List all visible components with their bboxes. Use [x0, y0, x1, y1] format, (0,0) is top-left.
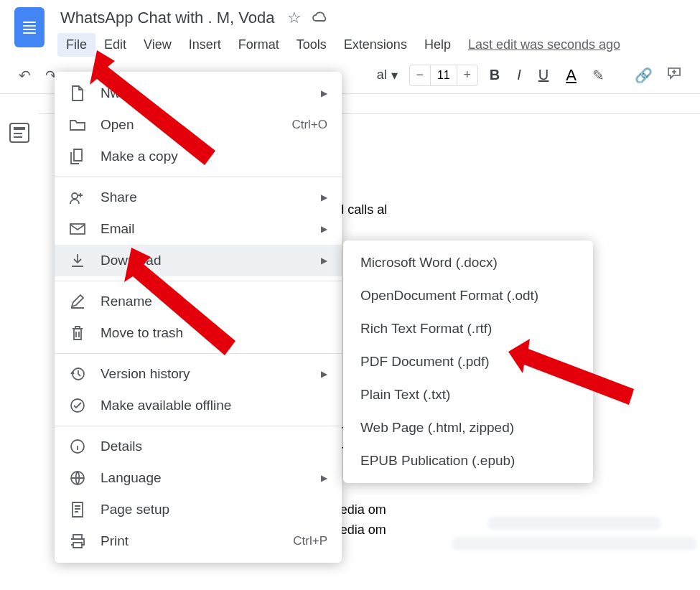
left-rail [0, 94, 39, 573]
underline-button[interactable]: U [533, 64, 554, 86]
chevron-right-icon: ▶ [321, 256, 327, 266]
paragraph-style-select[interactable]: al ▾ [371, 65, 403, 86]
insert-comment-button[interactable] [663, 63, 686, 87]
font-size-decrease[interactable]: − [410, 65, 430, 85]
menu-page-setup-label: Page setup [101, 502, 327, 518]
menu-details-label: Details [101, 439, 327, 454]
google-docs-logo[interactable] [14, 7, 45, 47]
menu-open-shortcut: Ctrl+O [291, 118, 327, 132]
redacted-text [488, 517, 661, 530]
menu-email-label: Email [101, 221, 307, 237]
menu-print-label: Print [101, 533, 279, 549]
menu-share[interactable]: Share ▶ [55, 182, 342, 213]
svg-marker-8 [508, 339, 634, 405]
menu-email[interactable]: Email ▶ [55, 213, 342, 245]
highlight-button[interactable]: ✎ [588, 64, 609, 87]
history-icon [69, 365, 86, 383]
chevron-right-icon: ▶ [321, 192, 327, 202]
file-icon [69, 85, 86, 102]
chevron-right-icon: ▶ [321, 369, 327, 379]
chevron-right-icon: ▶ [321, 473, 327, 483]
annotation-arrow-download [121, 248, 243, 362]
undo-button[interactable]: ↶ [14, 64, 35, 87]
menu-separator [55, 426, 342, 426]
svg-marker-6 [90, 50, 215, 165]
logo-lines-icon [23, 19, 36, 36]
title-row: WhatsApp Chat with . M, Voda ☆ [57, 7, 686, 29]
bold-button[interactable]: B [484, 64, 505, 86]
menu-offline-label: Make available offline [101, 398, 327, 413]
document-title[interactable]: WhatsApp Chat with . M, Voda [57, 7, 277, 29]
svg-marker-7 [124, 248, 235, 355]
menu-print[interactable]: Print Ctrl+P [55, 525, 342, 557]
globe-icon [69, 469, 86, 487]
menu-version-history-label: Version history [101, 366, 307, 382]
menu-language-label: Language [101, 470, 307, 486]
font-size-group: − 11 + [409, 65, 478, 86]
text-color-button[interactable]: A [560, 63, 582, 88]
folder-icon [69, 116, 86, 134]
chevron-down-icon: ▾ [391, 67, 398, 83]
last-edit-link[interactable]: Last edit was seconds ago [468, 37, 620, 52]
menu-format[interactable]: Format [230, 33, 288, 57]
download-icon [69, 252, 86, 269]
menu-share-label: Share [101, 189, 307, 205]
download-odt[interactable]: OpenDocument Format (.odt) [343, 279, 593, 312]
trash-icon [69, 324, 86, 342]
menu-version-history[interactable]: Version history ▶ [55, 358, 342, 390]
menu-print-shortcut: Ctrl+P [293, 534, 327, 548]
chevron-right-icon: ▶ [321, 224, 327, 234]
svg-point-0 [72, 193, 78, 199]
redacted-text [452, 537, 696, 550]
info-icon [69, 438, 86, 455]
menu-details[interactable]: Details [55, 431, 342, 462]
download-docx[interactable]: Microsoft Word (.docx) [343, 246, 593, 279]
header-bar: WhatsApp Chat with . M, Voda ☆ File Edit… [0, 0, 700, 57]
rename-icon [69, 293, 86, 310]
menu-help[interactable]: Help [416, 33, 459, 57]
cloud-icon[interactable] [312, 9, 329, 27]
menu-extensions[interactable]: Extensions [335, 33, 416, 57]
menu-tools[interactable]: Tools [288, 33, 335, 57]
offline-icon [69, 397, 86, 414]
menu-offline[interactable]: Make available offline [55, 390, 342, 421]
header-right: WhatsApp Chat with . M, Voda ☆ File Edit… [57, 7, 686, 57]
annotation-arrow-file [86, 50, 230, 179]
menu-language[interactable]: Language ▶ [55, 462, 342, 494]
outline-icon[interactable] [9, 123, 29, 143]
download-epub[interactable]: EPUB Publication (.epub) [343, 444, 593, 477]
page-setup-icon [69, 501, 86, 518]
italic-button[interactable]: I [511, 64, 527, 86]
font-size-value[interactable]: 11 [430, 65, 457, 85]
print-icon [69, 533, 86, 550]
paragraph-style-label: al [377, 67, 387, 83]
star-icon[interactable]: ☆ [287, 9, 302, 27]
email-icon [69, 220, 86, 238]
font-size-increase[interactable]: + [457, 65, 477, 85]
menu-page-setup[interactable]: Page setup [55, 494, 342, 525]
copy-icon [69, 148, 86, 165]
chevron-right-icon: ▶ [321, 88, 327, 98]
insert-link-button[interactable]: 🔗 [630, 64, 657, 87]
share-icon [69, 189, 86, 206]
annotation-arrow-pdf [508, 339, 638, 425]
